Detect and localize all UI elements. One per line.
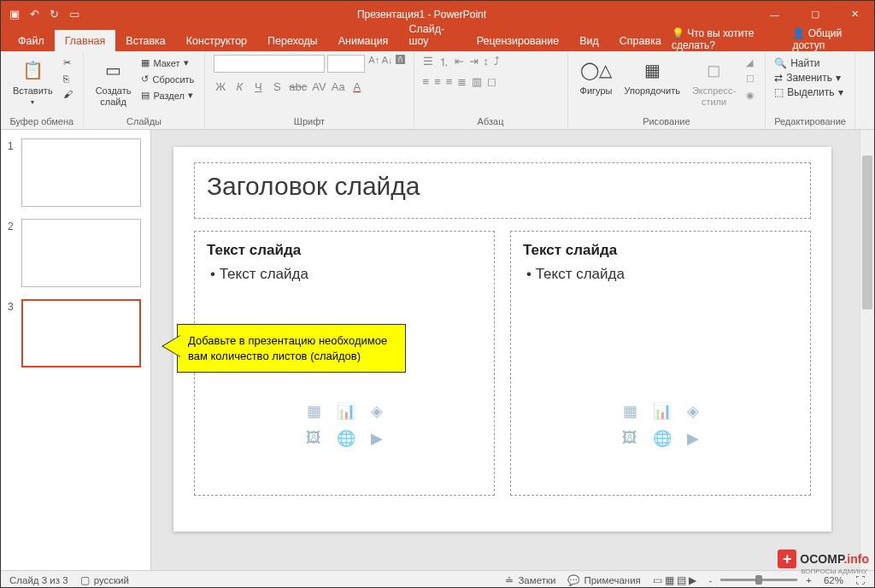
spacing-button[interactable]: AV [312,80,326,93]
content-placeholder-right[interactable]: Текст слайда • Текст слайда ▦📊◈ 🖼🌐▶ [510,231,811,496]
share-button[interactable]: 👤 Общий доступ [792,27,864,51]
table-icon: ▦ [623,402,637,420]
slide-thumbnail-pane[interactable]: 1 2 3 [1,130,151,570]
font-color-button[interactable]: A [350,80,364,93]
text-direction-button[interactable]: ⤴ [494,55,500,70]
thumbnail-1[interactable] [21,138,141,207]
slide-counter[interactable]: Слайд 3 из 3 [9,575,68,585]
group-editing: 🔍 Найти ⇄ Заменить ▾ ⬚ Выделить ▾ Редакт… [766,51,855,129]
indent-inc-button[interactable]: ⇥ [469,55,479,70]
tab-slideshow[interactable]: Слайд-шоу [398,18,466,51]
undo-icon[interactable]: ↶ [30,8,39,21]
align-left-button[interactable]: ≡ [423,75,430,88]
picture-icon: 🖼 [306,429,321,448]
shape-fill-button[interactable]: ◢ [744,56,756,69]
case-button[interactable]: Aa [332,80,345,93]
italic-button[interactable]: К [232,80,246,93]
close-button[interactable]: ✕ [836,1,874,27]
tab-transitions[interactable]: Переходы [257,30,328,51]
notes-button[interactable]: ≐ Заметки [505,574,555,586]
spell-icon[interactable]: ▢ [80,574,90,586]
smartart-icon: ◈ [371,402,383,420]
align-center-button[interactable]: ≡ [434,75,441,88]
group-font: A↑ A↓ 🅰 Ж К Ч S abc AV Aa A Шрифт [205,51,414,129]
content-icons[interactable]: ▦📊◈ 🖼🌐▶ [306,402,383,448]
group-drawing: ◯△Фигуры ▦Упорядочить ◻Экспресс- стили ◢… [568,51,766,129]
online-picture-icon: 🌐 [653,429,672,448]
redo-icon[interactable]: ↻ [50,8,59,21]
vertical-scrollbar[interactable] [860,130,874,570]
quick-access-toolbar: ▣ ↶ ↻ ▭ [1,8,88,21]
shadow-button[interactable]: S [270,80,284,93]
reset-button[interactable]: ↺ Сбросить [139,73,196,85]
ribbon: 📋Вставить▾ ✂ ⎘ 🖌 Буфер обмена ▭Создать с… [1,51,874,130]
window-controls: — ▢ ✕ [755,1,874,27]
tab-view[interactable]: Вид [569,30,609,51]
picture-icon: 🖼 [622,429,637,448]
bullets-button[interactable]: ☰ [423,55,433,70]
replace-button[interactable]: ⇄ Заменить ▾ [774,72,843,84]
zoom-control[interactable]: - + [708,575,812,585]
font-family-combo[interactable] [214,55,325,73]
tab-design[interactable]: Конструктор [176,30,257,51]
tab-insert[interactable]: Вставка [115,30,175,51]
select-button[interactable]: ⬚ Выделить ▾ [774,86,843,98]
line-spacing-button[interactable]: ↕ [484,55,490,70]
align-right-button[interactable]: ≡ [446,75,453,88]
group-clipboard: 📋Вставить▾ ✂ ⎘ 🖌 Буфер обмена [1,51,84,129]
tab-help[interactable]: Справка [609,30,672,51]
view-buttons[interactable]: ▭ ▦ ▤ ▶ [653,574,697,586]
minimize-button[interactable]: — [755,1,794,27]
save-icon[interactable]: ▣ [9,8,20,21]
shape-effects-button[interactable]: ◉ [744,89,756,102]
language[interactable]: русский [94,575,129,585]
thumbnail-3[interactable] [21,299,141,368]
arrange-button[interactable]: ▦Упорядочить [620,55,683,98]
tab-home[interactable]: Главная [55,30,116,51]
chart-icon: 📊 [653,402,672,420]
layout-button[interactable]: ▦ Макет ▾ [139,56,196,69]
title-placeholder[interactable]: Заголовок слайда [194,162,811,219]
fit-button[interactable]: ⛶ [855,575,866,585]
plus-icon: + [778,550,796,568]
shapes-button[interactable]: ◯△Фигуры [577,55,616,98]
group-slides: ▭Создать слайд ▦ Макет ▾ ↺ Сбросить ▤ Ра… [84,51,206,129]
annotation-callout: Добавьте в презентацию необходимое вам к… [177,324,406,373]
justify-button[interactable]: ≣ [457,75,467,88]
online-picture-icon: 🌐 [337,429,355,448]
smartart-icon: ◈ [687,402,699,420]
indent-dec-button[interactable]: ⇤ [455,55,464,70]
tab-review[interactable]: Рецензирование [467,30,570,51]
group-paragraph: ☰ ⒈ ⇤ ⇥ ↕ ⤴ ≡ ≡ ≡ ≣ ▥ ◻ Абзац [414,51,568,129]
slideshow-icon[interactable]: ▭ [69,8,79,21]
content-icons[interactable]: ▦📊◈ 🖼🌐▶ [622,402,699,448]
tab-animations[interactable]: Анимация [328,30,399,51]
new-slide-button[interactable]: ▭Создать слайд [92,55,135,109]
format-painter-button[interactable]: 🖌 [62,88,74,100]
comments-button[interactable]: 💬 Примечания [567,574,640,586]
cut-button[interactable]: ✂ [62,56,74,69]
ribbon-tabs: Файл Главная Вставка Конструктор Переход… [1,27,874,51]
convert-smartart-button[interactable]: ◻ [487,75,496,88]
section-button[interactable]: ▤ Раздел ▾ [139,89,196,102]
paste-button[interactable]: 📋Вставить▾ [9,55,56,109]
font-size-combo[interactable] [327,55,365,73]
video-icon: ▶ [687,429,699,448]
shape-outline-button[interactable]: ☐ [744,73,756,85]
strike-button[interactable]: abc [289,80,307,93]
numbering-button[interactable]: ⒈ [438,55,449,70]
copy-button[interactable]: ⎘ [62,73,74,85]
status-bar: Слайд 3 из 3 ▢русский ≐ Заметки 💬 Примеч… [1,570,874,588]
underline-button[interactable]: Ч [251,80,265,93]
quick-styles-button[interactable]: ◻Экспресс- стили [689,55,739,109]
maximize-button[interactable]: ▢ [796,1,834,27]
bold-button[interactable]: Ж [214,80,227,93]
tell-me[interactable]: 💡 Что вы хотите сделать? [672,27,781,51]
find-button[interactable]: 🔍 Найти [774,57,843,69]
thumbnail-2[interactable] [21,219,141,287]
zoom-level[interactable]: 62% [824,575,843,585]
chart-icon: 📊 [337,402,355,420]
tab-file[interactable]: Файл [8,30,55,51]
video-icon: ▶ [371,429,383,448]
columns-button[interactable]: ▥ [472,75,482,88]
